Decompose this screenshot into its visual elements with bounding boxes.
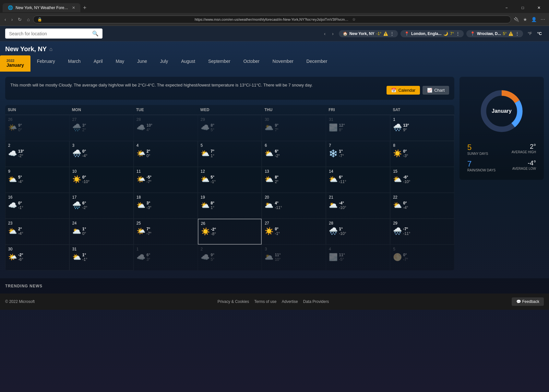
day-cell[interactable]: 31 ⛅ 1° -1° [69, 245, 134, 271]
more-button[interactable]: ⋯ [539, 16, 546, 23]
month-tab-march[interactable]: March [62, 55, 87, 72]
day-cell[interactable]: 16 ☁️ 0° -1° [5, 193, 69, 219]
profile-button[interactable]: 👤 [530, 16, 538, 23]
month-tab-september[interactable]: September [202, 55, 237, 72]
favorites-button[interactable]: ★ [522, 16, 529, 23]
month-tab-february[interactable]: February [30, 55, 62, 72]
footer-link[interactable]: Privacy & Cookies [218, 299, 249, 304]
month-tab-october[interactable]: October [237, 55, 266, 72]
month-tab-december[interactable]: December [300, 55, 334, 72]
day-cell[interactable]: 28 🌨️ 1° -10° [326, 219, 390, 245]
day-cell[interactable]: 25 🌤️ 7° -7° [134, 219, 198, 245]
day-cell[interactable]: 9 ⛅ 5° -4° [5, 167, 69, 193]
day-cell[interactable]: 4 🌤️ 2° 0° [134, 141, 198, 167]
day-cell[interactable]: 19 ⛅ 8° 1° [198, 193, 262, 219]
day-cell[interactable]: 28 ☁️ 10° 4° [134, 115, 198, 141]
day-temps: 9° 7° [275, 123, 278, 132]
day-cell[interactable]: 20 🌥️ 4° -11° [262, 193, 326, 219]
day-cell[interactable]: 26 🌤️ 9° 0° [5, 115, 69, 141]
location-pill-newyork[interactable]: 🏠 New York, NY -1° ⚠️ ⋮ [339, 30, 398, 37]
warning-icon-ny: ⚠️ [383, 31, 388, 36]
day-cell[interactable]: 29 ☁️ 8° 5° [198, 115, 262, 141]
day-cell[interactable]: 26 ☀️ -2° -8° [198, 219, 262, 245]
chart-view-button[interactable]: 📈 Chart [423, 86, 449, 95]
day-cell[interactable]: 30 🌤️ -2° -6° [5, 245, 69, 271]
rain-days-number: 7 [467, 159, 500, 168]
address-bar[interactable]: 🔒 https://www.msn.com/en-us/weather/mont… [33, 16, 511, 23]
day-cell[interactable]: 17 🌧️ 6° -2° [69, 193, 134, 219]
minimize-button[interactable]: − [499, 3, 514, 13]
day-cell[interactable]: 15 ⛅ -6° -10° [390, 167, 454, 193]
day-cell[interactable]: 3 🌨️ 0° -4° [69, 141, 134, 167]
active-tab[interactable]: 🌐 New York, NY Weather Forecast ✕ [3, 3, 80, 12]
extensions-button[interactable]: 🔌 [512, 16, 520, 23]
temp-high: 5° [211, 175, 216, 179]
day-cell[interactable]: 30 🌥️ 9° 7° [262, 115, 326, 141]
day-cell[interactable]: 11 🌤️ -5° -7° [134, 167, 198, 193]
day-cell[interactable]: 12 ⛅ 5° -1° [198, 167, 262, 193]
temp-high: 3° [147, 201, 151, 205]
day-cell[interactable]: 5 ⛅ 7° 1° [198, 141, 262, 167]
day-cell[interactable]: 10 ☀️ 0° -10° [69, 167, 134, 193]
day-cell[interactable]: 24 🌥️ 1° 0° [69, 219, 134, 245]
refresh-button[interactable]: ↻ [16, 16, 24, 23]
footer-link[interactable]: Data Providers [303, 299, 329, 304]
day-cell[interactable]: 23 ⛅ 2° -4° [5, 219, 69, 245]
feedback-button[interactable]: 💬 Feedback [512, 297, 544, 306]
day-cell[interactable]: 27 🌧️ 3° 2° [69, 115, 134, 141]
day-cell[interactable]: 21 🌥️ -4° -10° [326, 193, 390, 219]
day-temps: 1° -1° [82, 253, 87, 262]
fahrenheit-button[interactable]: °F [526, 30, 534, 37]
footer-link[interactable]: Advertise [282, 299, 298, 304]
month-tab-april[interactable]: April [87, 55, 109, 72]
month-tab-july[interactable]: July [153, 55, 174, 72]
more-icon-london[interactable]: ⋮ [456, 31, 460, 36]
day-cell[interactable]: 2 ☁️ 9° 5° [198, 245, 262, 271]
more-icon-wroclaw[interactable]: ⋮ [515, 31, 519, 36]
day-cell[interactable]: 8 ☀️ 0° -3° [390, 141, 454, 167]
day-cell[interactable]: 2 ☁️ 13° -2° [5, 141, 69, 167]
day-weather: 🌥️ -4° -10° [329, 201, 387, 210]
footer-link[interactable]: Terms of use [254, 299, 277, 304]
location-pill-wroclaw[interactable]: 📍 Wrocław, D... 5° ⚠️ ⋮ [466, 30, 523, 37]
day-cell[interactable]: 1 🌨️ 13° 9° [390, 115, 454, 141]
month-tab-june[interactable]: June [131, 55, 153, 72]
search-button[interactable]: 🔍 [92, 30, 99, 37]
day-cell[interactable]: 5 🌕 0° -7° [390, 245, 454, 271]
back-button[interactable]: ‹ [3, 16, 8, 23]
more-icon-ny[interactable]: ⋮ [390, 31, 394, 36]
temp-low: -8° [211, 232, 216, 236]
day-cell[interactable]: 6 ⛅ 6° -2° [262, 141, 326, 167]
day-cell[interactable]: 31 🌫️ 12° 8° [326, 115, 390, 141]
bookmark-icon[interactable]: ☆ [352, 17, 507, 22]
search-input-wrapper[interactable]: 🔍 [5, 29, 102, 39]
calendar-view-button[interactable]: 📅 Calendar [387, 86, 420, 95]
day-cell[interactable]: 13 ⛅ 8° 2° [262, 167, 326, 193]
forward-button[interactable]: › [9, 16, 15, 23]
day-cell[interactable]: 29 🌨️ -7° -11° [390, 219, 454, 245]
home-button[interactable]: ⌂ [25, 16, 31, 23]
location-pill-london[interactable]: 📍 London, Engla... 🌙 7° ⋮ [400, 30, 464, 37]
celsius-button[interactable]: °C [535, 30, 544, 37]
month-tab-november[interactable]: November [266, 55, 300, 72]
day-cell[interactable]: 18 ⛅ 3° -3° [134, 193, 198, 219]
day-cell[interactable]: 3 🌥️ 11° 10° [262, 245, 326, 271]
prev-location-button[interactable]: ‹ [321, 30, 328, 38]
next-location-button[interactable]: › [329, 30, 336, 38]
tab-close-button[interactable]: ✕ [72, 6, 75, 10]
close-button[interactable]: ✕ [531, 3, 546, 13]
new-tab-button[interactable]: + [80, 3, 89, 13]
day-cell[interactable]: 4 🌫️ 11° -5° [326, 245, 390, 271]
month-tab-may[interactable]: May [109, 55, 131, 72]
day-cell[interactable]: 22 ⛅ 0° -4° [390, 193, 454, 219]
restore-button[interactable]: □ [515, 3, 530, 13]
month-tab-january[interactable]: 2022January [0, 55, 30, 72]
temp-low: 9° [403, 128, 409, 132]
set-home-icon[interactable]: ⌂ [49, 46, 53, 52]
day-cell[interactable]: 7 ❄️ 1° -7° [326, 141, 390, 167]
month-tab-august[interactable]: August [174, 55, 202, 72]
search-input[interactable] [9, 31, 92, 36]
day-cell[interactable]: 27 ☀️ 0° -1° [262, 219, 326, 245]
day-cell[interactable]: 1 ☁️ 6° 3° [134, 245, 198, 271]
day-cell[interactable]: 14 ⛅ 6° -11° [326, 167, 390, 193]
